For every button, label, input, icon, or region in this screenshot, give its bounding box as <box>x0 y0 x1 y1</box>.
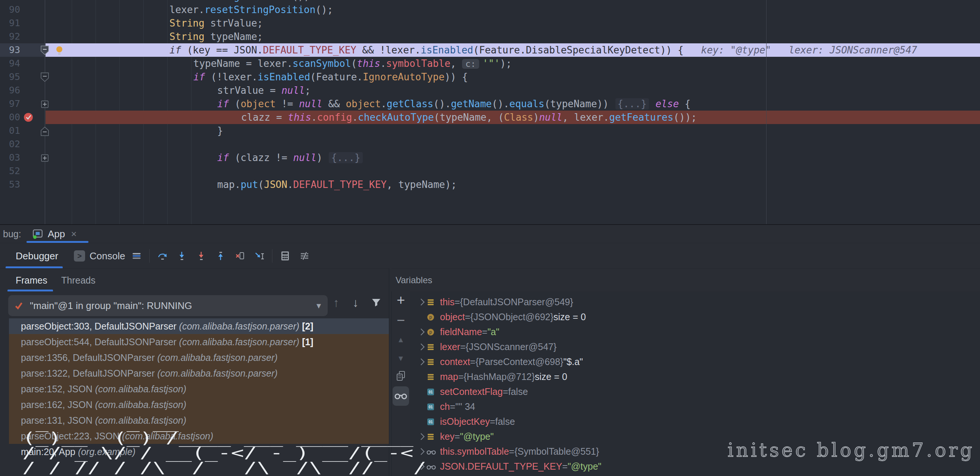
chevron-right-icon[interactable] <box>418 433 424 440</box>
move-up-icon[interactable]: ▲ <box>397 335 404 344</box>
code-editor[interactable]: ch = lexer.getCurrent(); ch: '"' 3490lex… <box>0 0 980 225</box>
frame-row[interactable]: parseObject:544, DefaultJSONParser (com.… <box>9 334 389 350</box>
line-number: 95 <box>0 70 20 84</box>
svg-text:01: 01 <box>428 390 433 394</box>
code-text: strValue = null; <box>217 84 310 97</box>
debugger-toolbar: Debugger > Console <box>0 243 980 268</box>
code-line[interactable]: ch = lexer.getCurrent(); ch: '"' 34 <box>0 0 980 3</box>
variable-row[interactable]: JSON.DEFAULT_TYPE_KEY = "@type" <box>410 459 980 474</box>
line-number: 52 <box>0 165 20 178</box>
line-number: 53 <box>0 178 20 191</box>
variable-row[interactable]: key = "@type" <box>410 429 980 444</box>
close-icon[interactable]: × <box>71 228 76 240</box>
show-watches-toggle[interactable] <box>393 387 409 406</box>
variable-row[interactable]: pfieldName = "a" <box>410 324 980 339</box>
variable-row[interactable]: lexer = {JSONScanner@547} <box>410 339 980 354</box>
code-line[interactable]: 94typeName = lexer.scanSymbol(this.symbo… <box>0 57 980 70</box>
code-line[interactable]: 00clazz = this.config.checkAutoType(type… <box>0 110 980 124</box>
move-down-icon[interactable]: ▼ <box>397 354 404 363</box>
code-line[interactable]: 93if (key == JSON.DEFAULT_TYPE_KEY && !l… <box>0 43 980 57</box>
fold-expand-icon[interactable] <box>40 99 49 109</box>
svg-text:01: 01 <box>428 420 433 424</box>
variable-name: isObjectKey <box>440 416 490 427</box>
variable-row[interactable]: this.symbolTable = {SymbolTable@551} <box>410 444 980 459</box>
remove-watch-button[interactable]: − <box>397 312 405 328</box>
tab-frames[interactable]: Frames <box>16 268 48 292</box>
field-icon <box>426 372 435 381</box>
tab-debugger[interactable]: Debugger <box>16 243 58 268</box>
variable-row[interactable]: 01isObjectKey = false <box>410 414 980 429</box>
chevron-right-icon[interactable] <box>418 328 424 335</box>
fold-collapse-icon[interactable] <box>40 126 49 136</box>
variable-row[interactable]: context = {ParseContext@698} "$.a" <box>410 354 980 369</box>
frame-row[interactable]: parseObject:303, DefaultJSONParser (com.… <box>9 318 389 334</box>
code-line[interactable]: 52 <box>0 165 980 178</box>
line-number: 00 <box>0 110 20 124</box>
svg-text:p: p <box>429 314 432 320</box>
line-number: 93 <box>0 43 20 57</box>
code-line[interactable]: 53map.put(JSON.DEFAULT_TYPE_KEY, typeNam… <box>0 178 980 191</box>
chevron-right-icon[interactable] <box>418 299 424 305</box>
variable-row[interactable]: 01setContextFlag = false <box>410 384 980 399</box>
variable-name: object <box>440 311 465 323</box>
add-watch-button[interactable]: + <box>397 292 405 308</box>
chevron-right-icon[interactable] <box>418 448 424 455</box>
chevron-slot <box>415 464 426 469</box>
fold-collapse-icon[interactable] <box>40 45 49 55</box>
layout-settings-icon[interactable] <box>131 251 142 261</box>
frame-row[interactable]: parse:152, JSON (com.alibaba.fastjson) <box>9 381 389 397</box>
tab-console[interactable]: > Console <box>74 243 125 268</box>
chevron-slot <box>415 329 426 334</box>
variable-row[interactable]: map = {HashMap@712} size = 0 <box>410 369 980 384</box>
run-tab-app[interactable]: App × <box>32 225 76 243</box>
code-text: String typeName; <box>169 30 263 43</box>
primitive-value-icon: 01 <box>426 387 435 396</box>
reset-frame-icon[interactable] <box>235 251 245 261</box>
step-over-icon[interactable] <box>157 251 167 261</box>
step-into-icon[interactable] <box>177 251 187 261</box>
variable-name: map <box>440 371 458 382</box>
run-to-cursor-icon[interactable] <box>254 251 265 261</box>
code-line[interactable]: 92String typeName; <box>0 30 980 43</box>
breakpoint-icon[interactable] <box>23 112 33 123</box>
variable-row[interactable]: this = {DefaultJSONParser@549} <box>410 294 980 309</box>
fold-expand-icon[interactable] <box>40 153 49 163</box>
fold-collapse-icon[interactable] <box>40 72 49 82</box>
copy-icon[interactable] <box>396 371 406 382</box>
variable-name: lexer <box>440 342 460 352</box>
step-out-icon[interactable] <box>215 251 226 261</box>
code-line[interactable]: 96strValue = null; <box>0 84 980 97</box>
code-line[interactable]: 90lexer.resetStringPosition(); <box>0 3 980 16</box>
code-line[interactable]: 91String strValue; <box>0 16 980 30</box>
frame-row[interactable]: main:20, App (org.example) <box>9 444 389 460</box>
intention-bulb-icon[interactable] <box>54 45 64 55</box>
code-line[interactable]: 01} <box>0 124 980 137</box>
code-line[interactable]: 95if (!lexer.isEnabled(Feature.IgnoreAut… <box>0 70 980 84</box>
variable-name: this.symbolTable <box>440 446 509 457</box>
line-number: 90 <box>0 3 20 16</box>
frame-row[interactable]: parse:1322, DefaultJSONParser (com.aliba… <box>9 366 389 381</box>
primitive-value-icon: 01 <box>426 403 435 411</box>
code-line[interactable]: 97if (object != null && object.getClass(… <box>0 97 980 110</box>
chevron-right-icon[interactable] <box>418 358 424 365</box>
variable-row[interactable]: 01ch = '"' 34 <box>410 399 980 414</box>
frame-row[interactable]: parseObject:223, JSON (com.alibaba.fastj… <box>9 428 389 444</box>
code-lines: ch = lexer.getCurrent(); ch: '"' 3490lex… <box>0 0 980 224</box>
variable-row[interactable]: pobject = {JSONObject@692} size = 0 <box>410 309 980 324</box>
frame-row[interactable]: parse:1356, DefaultJSONParser (com.aliba… <box>9 350 389 366</box>
force-step-into-icon[interactable] <box>196 251 206 261</box>
ide-debug-screen: ch = lexer.getCurrent(); ch: '"' 3490lex… <box>0 0 980 476</box>
chevron-right-icon[interactable] <box>418 343 424 350</box>
trace-stream-icon[interactable] <box>299 251 310 261</box>
frame-row[interactable]: parse:131, JSON (com.alibaba.fastjson) <box>9 412 389 428</box>
chevron-right-icon[interactable] <box>418 463 424 470</box>
toolbar-separator <box>149 249 150 263</box>
code-line[interactable]: 03if (clazz != null) {...} <box>0 151 980 165</box>
evaluate-expression-icon[interactable] <box>280 251 290 261</box>
code-line[interactable]: 02 <box>0 137 980 151</box>
tab-threads[interactable]: Threads <box>61 268 95 292</box>
variable-name: setContextFlag <box>440 387 503 397</box>
frame-row[interactable]: parse:162, JSON (com.alibaba.fastjson) <box>9 397 389 412</box>
field-icon <box>426 298 435 306</box>
code-text: clazz = this.config.checkAutoType(typeNa… <box>241 110 697 124</box>
